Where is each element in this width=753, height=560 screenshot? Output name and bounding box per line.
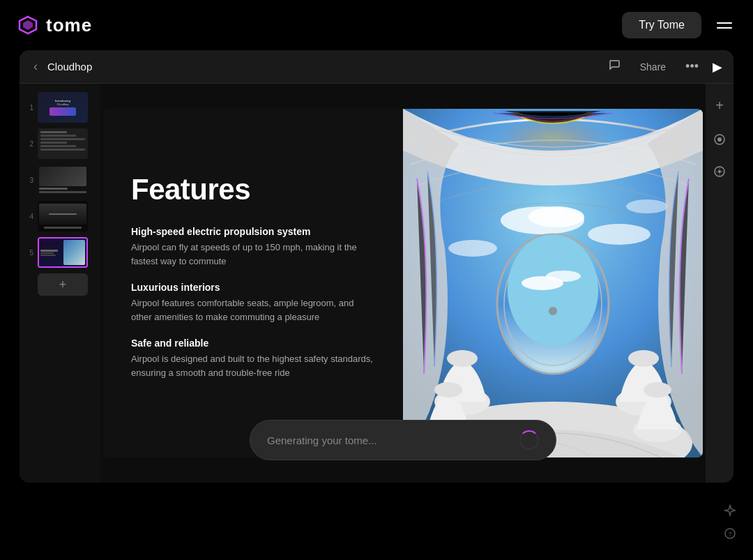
slide-item-5[interactable]: 5	[25, 237, 95, 268]
svg-point-4	[528, 206, 584, 227]
slide-number-2: 2	[25, 140, 33, 148]
slide-number-4: 4	[25, 213, 33, 220]
share-button[interactable]: Share	[634, 59, 671, 75]
feature-desc-1: Airpool can fly at speeds of up to 150 m…	[131, 241, 375, 268]
window-toolbar: ‹ Cloudhop Share ••• ▶	[20, 50, 733, 84]
presentation-title: Cloudhop	[47, 61, 92, 73]
svg-point-26	[497, 119, 609, 154]
more-options-button[interactable]: •••	[683, 56, 701, 77]
slide-number-5: 5	[25, 249, 33, 257]
slide-title: Features	[131, 173, 375, 206]
theme-icon	[713, 165, 726, 178]
app-window: ‹ Cloudhop Share ••• ▶ 1	[20, 50, 733, 483]
sparkle-button[interactable]	[724, 504, 736, 520]
slide-thumbnail-2	[38, 128, 88, 159]
slide-item-1[interactable]: 1 Introducing Cloudhop	[25, 92, 95, 123]
record-button[interactable]	[710, 130, 729, 149]
image-panel	[403, 109, 703, 457]
slide-item-2[interactable]: 2	[25, 128, 95, 159]
comment-icon	[608, 59, 621, 71]
back-button[interactable]: ‹	[31, 56, 40, 77]
svg-point-6	[448, 240, 497, 257]
hamburger-line-1	[717, 22, 732, 24]
feature-title-2: Luxurious interiors	[131, 282, 375, 293]
generation-bar: Generating your tome...	[250, 420, 556, 460]
svg-marker-1	[23, 20, 33, 30]
svg-point-21	[508, 234, 598, 346]
svg-point-14	[628, 350, 659, 367]
hamburger-line-2	[717, 27, 732, 29]
tome-logo-icon	[17, 14, 39, 36]
svg-point-29	[718, 170, 721, 173]
loading-spinner	[519, 430, 539, 450]
slide-item-3[interactable]: 3	[25, 165, 95, 195]
main-area: ‹ Cloudhop Share ••• ▶ 1	[0, 50, 753, 560]
nav-right: Try Tome	[622, 12, 736, 38]
slide-thumbnail-4	[38, 201, 88, 232]
slide-thumbnail-3	[38, 165, 88, 195]
top-navigation: tome Try Tome	[0, 0, 753, 50]
feature-desc-3: Airpool is designed and built to the hig…	[131, 352, 375, 379]
slide-number-1: 1	[25, 104, 33, 112]
help-icon: ?	[724, 527, 736, 540]
generation-text: Generating your tome...	[267, 434, 377, 446]
svg-point-16	[644, 382, 671, 398]
logo-text: tome	[46, 15, 92, 36]
svg-point-28	[717, 137, 722, 142]
svg-point-7	[626, 199, 668, 213]
feature-item-3: Safe and reliable Airpool is designed an…	[131, 338, 375, 379]
slide-thumbnail-1: Introducing Cloudhop	[38, 92, 88, 123]
play-button[interactable]: ▶	[713, 59, 722, 75]
toolbar-right: Share ••• ▶	[605, 56, 722, 77]
hamburger-menu-button[interactable]	[713, 18, 736, 33]
logo-area: tome	[17, 14, 92, 36]
slide-number-3: 3	[25, 176, 33, 184]
feature-title-3: Safe and reliable	[131, 338, 375, 349]
slide-thumbnail-5	[38, 237, 88, 268]
help-button[interactable]: ?	[724, 527, 736, 543]
try-tome-button[interactable]: Try Tome	[622, 12, 701, 38]
add-element-button[interactable]: +	[713, 95, 727, 116]
bottom-right-icons: ?	[724, 504, 736, 543]
right-sidebar: +	[706, 84, 733, 483]
slides-panel: 1 Introducing Cloudhop 2	[20, 84, 100, 483]
generation-bar-container: Generating your tome...	[250, 420, 556, 460]
svg-point-12	[434, 382, 462, 398]
feature-desc-2: Airpool features comfortable seats, ampl…	[131, 296, 375, 324]
window-body: 1 Introducing Cloudhop 2	[20, 84, 733, 483]
svg-point-5	[588, 224, 651, 245]
main-canvas: Features High-speed electric propulsion …	[100, 84, 706, 483]
toolbar-left: ‹ Cloudhop	[31, 56, 92, 77]
comment-button[interactable]	[605, 56, 623, 77]
slide-item-4[interactable]: 4	[25, 201, 95, 232]
svg-point-10	[447, 350, 478, 367]
add-slide-button[interactable]: +	[38, 273, 88, 296]
text-panel: Features High-speed electric propulsion …	[103, 109, 403, 457]
slide-content: Features High-speed electric propulsion …	[103, 109, 703, 457]
sparkle-icon	[724, 504, 736, 517]
feature-item-2: Luxurious interiors Airpool features com…	[131, 282, 375, 324]
svg-text:?: ?	[729, 531, 732, 538]
feature-title-1: High-speed electric propulsion system	[131, 226, 375, 237]
futuristic-interior-image	[403, 109, 703, 457]
record-icon	[713, 133, 726, 146]
theme-button[interactable]	[710, 162, 729, 181]
feature-item-1: High-speed electric propulsion system Ai…	[131, 226, 375, 268]
svg-point-23	[546, 271, 581, 282]
